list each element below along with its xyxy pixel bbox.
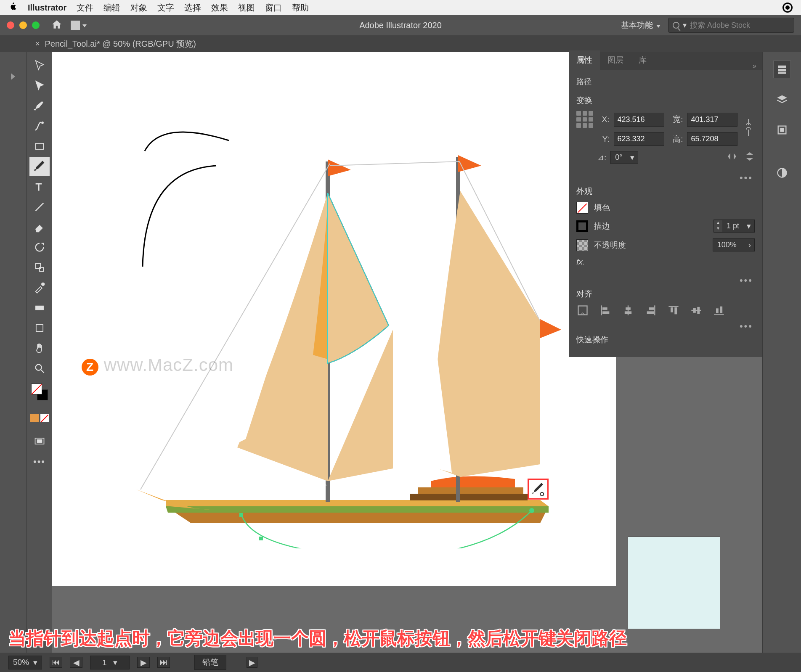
menu-help[interactable]: 帮助	[292, 2, 309, 13]
menu-select[interactable]: 选择	[184, 2, 201, 13]
color-mode-none[interactable]	[40, 414, 49, 422]
align-center-v-icon[interactable]	[690, 304, 703, 318]
eraser-tool[interactable]	[29, 218, 50, 236]
rotate-input[interactable]: 0°▾	[610, 151, 638, 164]
constrain-proportions-icon[interactable]	[744, 117, 755, 140]
menubar-app-name[interactable]: Illustrator	[28, 3, 66, 13]
artboard-tool[interactable]	[29, 319, 50, 337]
transform-section-title: 变换	[576, 95, 755, 106]
color-mode-solid[interactable]	[30, 414, 39, 422]
align-top-icon[interactable]	[667, 304, 680, 318]
svg-rect-44	[716, 308, 719, 313]
opacity-swatch-icon[interactable]	[576, 239, 588, 251]
more-transform-options[interactable]: •••	[576, 170, 755, 186]
pen-tool[interactable]	[29, 97, 50, 115]
menu-type[interactable]: 文字	[157, 2, 174, 13]
align-left-icon[interactable]	[599, 304, 612, 318]
flip-horizontal-icon[interactable]	[727, 152, 737, 163]
first-artboard-button[interactable]: ⏮	[50, 657, 62, 668]
fill-color-swatch[interactable]	[576, 202, 588, 214]
properties-panel-icon[interactable]	[773, 61, 791, 78]
menu-effect[interactable]: 效果	[211, 2, 228, 13]
zoom-select[interactable]: 50%▾	[8, 656, 42, 669]
left-edge-column	[0, 52, 26, 653]
svg-rect-41	[693, 308, 696, 313]
opacity-label: 不透明度	[594, 240, 626, 251]
layers-panel-icon[interactable]	[773, 91, 791, 108]
y-input[interactable]	[614, 132, 664, 146]
eyedropper-tool[interactable]	[29, 278, 50, 297]
last-artboard-button[interactable]: ⏭	[157, 657, 170, 668]
align-to-artboard-icon[interactable]	[576, 304, 589, 318]
artwork-illustration	[86, 86, 591, 548]
rotate-tool[interactable]	[29, 238, 50, 257]
next-artboard-button[interactable]: ▶	[137, 657, 150, 668]
menu-object[interactable]: 对象	[130, 2, 147, 13]
flip-vertical-icon[interactable]	[745, 152, 755, 163]
minimize-window-button[interactable]	[19, 21, 27, 29]
document-tab[interactable]: × Pencil_Tool.ai* @ 50% (RGB/GPU 预览)	[29, 35, 203, 52]
direct-selection-tool[interactable]	[29, 77, 50, 95]
align-bottom-icon[interactable]	[713, 304, 725, 318]
artboard[interactable]: Z www.MacZ.com	[52, 52, 616, 586]
pencil-cursor-close-indicator	[528, 479, 549, 500]
status-info-select[interactable]: 铅笔	[194, 655, 226, 670]
pencil-tool[interactable]	[29, 157, 50, 176]
more-appearance-options[interactable]: •••	[576, 273, 755, 288]
screen-mode-button[interactable]	[29, 432, 50, 451]
height-label: 高:	[671, 134, 683, 145]
height-input[interactable]	[687, 132, 737, 146]
close-window-button[interactable]	[7, 21, 14, 29]
rectangle-tool[interactable]	[29, 137, 50, 156]
x-input[interactable]	[614, 113, 664, 127]
curvature-tool[interactable]	[29, 117, 50, 135]
stock-search-input[interactable]: ▾ 搜索 Adobe Stock	[668, 18, 794, 33]
arrange-documents-button[interactable]	[71, 21, 87, 30]
expand-panel-icon[interactable]	[11, 73, 15, 80]
fill-stroke-swatch[interactable]	[31, 384, 48, 400]
fill-label: 填色	[594, 202, 610, 213]
y-label: Y:	[599, 135, 609, 144]
menu-view[interactable]: 视图	[238, 2, 255, 13]
align-right-icon[interactable]	[645, 304, 657, 318]
edit-toolbar-button[interactable]: •••	[29, 452, 50, 471]
gradient-tool[interactable]	[29, 299, 50, 317]
reference-point-widget[interactable]	[576, 111, 593, 128]
more-align-options[interactable]: •••	[576, 318, 755, 334]
prev-artboard-button[interactable]: ◀	[70, 657, 82, 668]
navigator-thumbnail[interactable]	[628, 537, 720, 629]
menu-window[interactable]: 窗口	[265, 2, 282, 13]
svg-point-22	[529, 508, 534, 513]
opacity-input[interactable]: 100%›	[713, 238, 755, 251]
stroke-weight-input[interactable]: ▲▼ 1 pt▾	[713, 220, 755, 233]
fill-swatch[interactable]	[31, 384, 42, 394]
type-tool[interactable]: T	[29, 177, 50, 196]
cc-libraries-icon[interactable]	[773, 164, 791, 182]
properties-panel: 属性 图层 库 » 路径 变换 X: 宽: Y: 高: ⊿: 0	[569, 52, 762, 357]
libraries-panel-icon[interactable]	[773, 121, 791, 139]
watermark-text: Z www.MacZ.com	[82, 355, 233, 376]
menu-edit[interactable]: 编辑	[103, 2, 120, 13]
tab-properties[interactable]: 属性	[569, 50, 600, 70]
artboard-number-input[interactable]: 1 ▾	[90, 656, 130, 669]
tab-layers[interactable]: 图层	[600, 50, 631, 70]
workspace-switcher[interactable]: 基本功能	[621, 20, 660, 31]
tab-libraries[interactable]: 库	[631, 50, 654, 70]
width-input[interactable]	[687, 113, 737, 127]
scale-tool[interactable]	[29, 258, 50, 277]
align-center-h-icon[interactable]	[622, 304, 634, 318]
stroke-color-swatch[interactable]	[576, 220, 588, 232]
maximize-window-button[interactable]	[32, 21, 40, 29]
collapse-panel-icon[interactable]: »	[747, 62, 762, 70]
zoom-tool[interactable]	[29, 359, 50, 378]
line-tool[interactable]	[29, 198, 50, 216]
menu-file[interactable]: 文件	[77, 2, 93, 13]
hand-tool[interactable]	[29, 339, 50, 357]
close-tab-icon[interactable]: ×	[35, 40, 40, 48]
status-play-button[interactable]: ▶	[247, 657, 257, 668]
home-button[interactable]	[51, 19, 62, 32]
selection-tool[interactable]	[29, 56, 50, 75]
record-icon[interactable]	[782, 3, 793, 13]
svg-rect-5	[40, 267, 43, 271]
fx-label[interactable]: fx.	[576, 257, 585, 267]
